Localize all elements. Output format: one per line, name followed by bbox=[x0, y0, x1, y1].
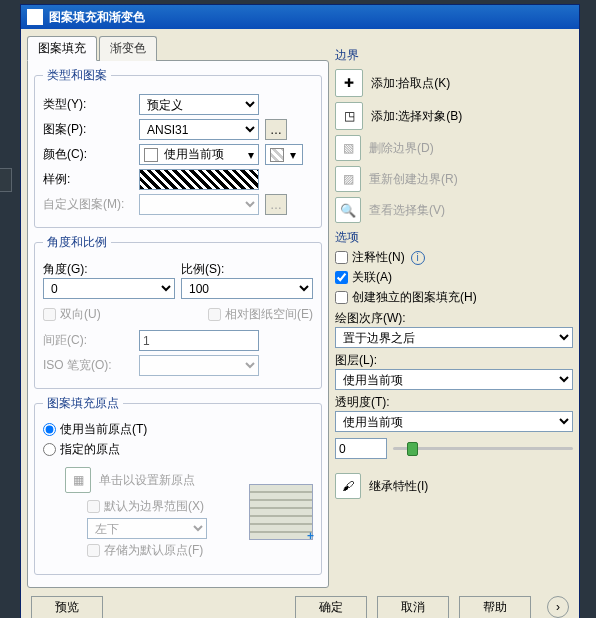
pattern-combo[interactable]: ANSI31 bbox=[139, 119, 259, 140]
preview-button[interactable]: 预览 bbox=[31, 596, 103, 618]
custom-pattern-combo bbox=[139, 194, 259, 215]
store-default-label: 存储为默认原点(F) bbox=[104, 542, 203, 559]
origin-specified-label: 指定的原点 bbox=[60, 441, 120, 458]
paperspace-checkbox: 相对图纸空间(E) bbox=[208, 306, 313, 323]
magnifier-icon: 🔍 bbox=[335, 197, 361, 223]
associative-checkbox[interactable]: 关联(A) bbox=[335, 269, 573, 286]
iso-combo bbox=[139, 355, 259, 376]
group-type-pattern: 类型和图案 类型(Y): 预定义 图案(P): ANSI31 … 颜色(C): bbox=[34, 67, 322, 228]
inherit-icon: 🖌 bbox=[335, 473, 361, 499]
add-pick-label: 添加:拾取点(K) bbox=[371, 75, 450, 92]
pattern-browse-button[interactable]: … bbox=[265, 119, 287, 140]
external-panel-stub bbox=[0, 168, 12, 192]
select-objects-icon: ◳ bbox=[335, 102, 363, 130]
options-title: 选项 bbox=[335, 229, 573, 246]
color-swatch-icon bbox=[144, 148, 158, 162]
pattern-sample[interactable] bbox=[139, 169, 259, 190]
tab-hatch-label: 图案填充 bbox=[38, 41, 86, 55]
default-extent-label: 默认为边界范围(X) bbox=[104, 498, 204, 515]
add-select-label: 添加:选择对象(B) bbox=[371, 108, 462, 125]
set-origin-icon: ▦ bbox=[65, 467, 91, 493]
tab-body: 类型和图案 类型(Y): 预定义 图案(P): ANSI31 … 颜色(C): bbox=[27, 60, 329, 588]
recreate-boundary-button: ▨ 重新创建边界(R) bbox=[335, 166, 573, 192]
transparency-value-input[interactable] bbox=[335, 438, 387, 459]
double-label: 双向(U) bbox=[60, 306, 101, 323]
bg-color-combo[interactable]: ▾ bbox=[265, 144, 303, 165]
tab-strip: 图案填充 渐变色 bbox=[27, 36, 329, 61]
scale-combo[interactable]: 100 bbox=[181, 278, 313, 299]
remove-boundary-label: 删除边界(D) bbox=[369, 140, 434, 157]
color-label: 颜色(C): bbox=[43, 146, 133, 163]
spacing-label: 间距(C): bbox=[43, 332, 133, 349]
annotative-checkbox[interactable]: 注释性(N)i bbox=[335, 249, 573, 266]
color-value: 使用当前项 bbox=[164, 146, 224, 163]
ok-button[interactable]: 确定 bbox=[295, 596, 367, 618]
dialog-body: 图案填充 渐变色 类型和图案 类型(Y): 预定义 图案(P): ANSI31 bbox=[21, 29, 579, 618]
add-pick-points-button[interactable]: ✚ 添加:拾取点(K) bbox=[335, 69, 573, 97]
sample-label: 样例: bbox=[43, 171, 133, 188]
tab-gradient[interactable]: 渐变色 bbox=[99, 36, 157, 61]
type-label: 类型(Y): bbox=[43, 96, 133, 113]
help-button[interactable]: 帮助 bbox=[459, 596, 531, 618]
default-extent-combo: 左下 bbox=[87, 518, 207, 539]
recreate-boundary-label: 重新创建边界(R) bbox=[369, 171, 458, 188]
group-origin: 图案填充原点 使用当前原点(T) 指定的原点 ▦ 单击以设置新原点 默认为边界范… bbox=[34, 395, 322, 575]
inherit-properties-button[interactable]: 🖌 继承特性(I) bbox=[335, 473, 573, 499]
transparency-combo[interactable]: 使用当前项 bbox=[335, 411, 573, 432]
window-title: 图案填充和渐变色 bbox=[49, 9, 145, 26]
view-selection-label: 查看选择集(V) bbox=[369, 202, 445, 219]
expand-arrow-button[interactable]: › bbox=[547, 596, 569, 618]
slider-thumb-icon[interactable] bbox=[407, 442, 418, 456]
draw-order-combo[interactable]: 置于边界之后 bbox=[335, 327, 573, 348]
type-combo[interactable]: 预定义 bbox=[139, 94, 259, 115]
origin-preview bbox=[249, 484, 313, 540]
color-combo[interactable]: 使用当前项 ▾ bbox=[139, 144, 259, 165]
layer-label: 图层(L): bbox=[335, 352, 573, 369]
transparency-slider[interactable] bbox=[393, 447, 573, 450]
origin-specified-radio[interactable]: 指定的原点 bbox=[43, 441, 313, 458]
custom-pattern-browse: … bbox=[265, 194, 287, 215]
draw-order-label: 绘图次序(W): bbox=[335, 310, 573, 327]
tab-gradient-label: 渐变色 bbox=[110, 41, 146, 55]
tab-hatch[interactable]: 图案填充 bbox=[27, 36, 97, 61]
transparency-label: 透明度(T): bbox=[335, 394, 573, 411]
annotative-label: 注释性(N) bbox=[352, 249, 405, 266]
origin-current-label: 使用当前原点(T) bbox=[60, 421, 147, 438]
dialog-window: 图案填充和渐变色 图案填充 渐变色 类型和图案 类型(Y): 预定义 bbox=[20, 4, 580, 618]
cancel-button[interactable]: 取消 bbox=[377, 596, 449, 618]
remove-boundary-icon: ▧ bbox=[335, 135, 361, 161]
custom-pattern-label: 自定义图案(M): bbox=[43, 196, 133, 213]
legend-angle-scale: 角度和比例 bbox=[43, 234, 111, 251]
associative-label: 关联(A) bbox=[352, 269, 392, 286]
origin-current-radio[interactable]: 使用当前原点(T) bbox=[43, 421, 313, 438]
paperspace-label: 相对图纸空间(E) bbox=[225, 306, 313, 323]
spacing-input bbox=[139, 330, 259, 351]
double-checkbox: 双向(U) bbox=[43, 306, 101, 323]
layer-combo[interactable]: 使用当前项 bbox=[335, 369, 573, 390]
boundary-title: 边界 bbox=[335, 47, 573, 64]
independent-label: 创建独立的图案填充(H) bbox=[352, 289, 477, 306]
click-set-origin-label: 单击以设置新原点 bbox=[99, 472, 195, 489]
store-default-checkbox: 存储为默认原点(F) bbox=[87, 542, 243, 559]
view-selection-button: 🔍 查看选择集(V) bbox=[335, 197, 573, 223]
group-angle-scale: 角度和比例 角度(G): 0 比例(S): 100 bbox=[34, 234, 322, 389]
legend-type-pattern: 类型和图案 bbox=[43, 67, 111, 84]
ok-label: 确定 bbox=[319, 600, 343, 614]
help-label: 帮助 bbox=[483, 600, 507, 614]
add-select-objects-button[interactable]: ◳ 添加:选择对象(B) bbox=[335, 102, 573, 130]
preview-label: 预览 bbox=[55, 600, 79, 614]
recreate-boundary-icon: ▨ bbox=[335, 166, 361, 192]
legend-origin: 图案填充原点 bbox=[43, 395, 123, 412]
remove-boundary-button: ▧ 删除边界(D) bbox=[335, 135, 573, 161]
angle-combo[interactable]: 0 bbox=[43, 278, 175, 299]
titlebar[interactable]: 图案填充和渐变色 bbox=[21, 5, 579, 29]
pick-points-icon: ✚ bbox=[335, 69, 363, 97]
pattern-label: 图案(P): bbox=[43, 121, 133, 138]
inherit-label: 继承特性(I) bbox=[369, 478, 428, 495]
info-icon[interactable]: i bbox=[411, 251, 425, 265]
independent-hatch-checkbox[interactable]: 创建独立的图案填充(H) bbox=[335, 289, 573, 306]
dialog-buttons: 预览 确定 取消 帮助 › bbox=[27, 588, 573, 618]
cancel-label: 取消 bbox=[401, 600, 425, 614]
angle-label: 角度(G): bbox=[43, 261, 175, 278]
default-extent-checkbox: 默认为边界范围(X) bbox=[87, 498, 243, 515]
